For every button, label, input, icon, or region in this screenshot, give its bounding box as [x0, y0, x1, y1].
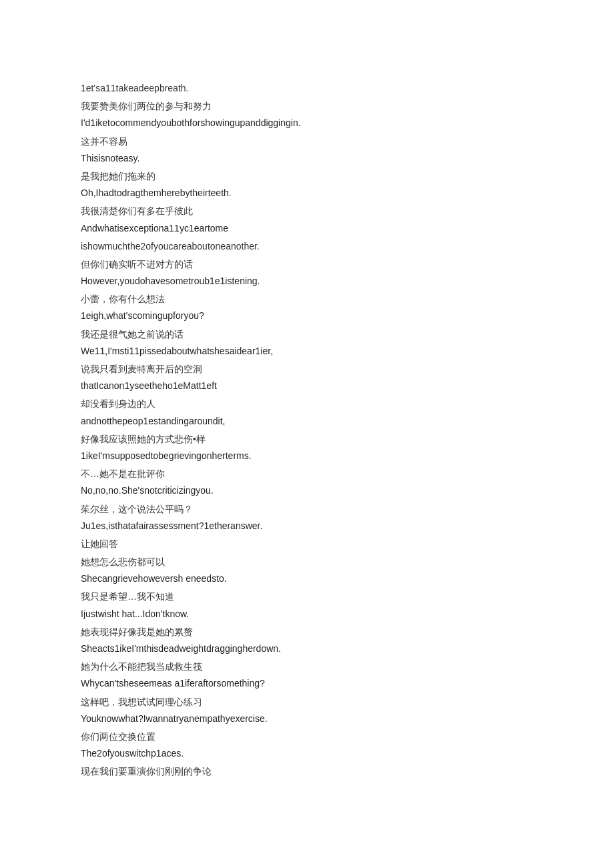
chinese-line: 她想怎么悲伤都可以	[81, 554, 533, 570]
english-line: Youknowwhat?Iwannatryanempathyexercise.	[81, 711, 533, 727]
content-pair: 她表现得好像我是她的累赘Sheacts1ikeI'mthisdeadweight…	[81, 624, 533, 657]
english-line: The2ofyouswitchp1aces.	[81, 745, 533, 762]
chinese-line: 这样吧，我想试试同理心练习	[81, 694, 533, 711]
english-line: andnotthepeop1estandingaroundit,	[81, 413, 533, 430]
chinese-line: 我还是很气她之前说的话	[81, 326, 533, 343]
english-line: I'd1iketocommendyoubothforshowingupanddi…	[81, 115, 533, 131]
english-line: 1eigh,what'scomingupforyou?	[81, 308, 533, 324]
english-line: No,no,no.She'snotcriticizingyou.	[81, 482, 533, 499]
chinese-line: 我只是希望…我不知道	[81, 588, 533, 605]
content-pair: 这样吧，我想试试同理心练习Youknowwhat?Iwannatryanempa…	[81, 694, 533, 727]
chinese-line: 我很清楚你们有多在乎彼此	[81, 203, 533, 220]
content-pair: 茱尔丝，这个说法公平吗？Ju1es,isthatafairassessment?…	[81, 501, 533, 534]
english-line: Ju1es,isthatafairassessment?1etheranswer…	[81, 518, 533, 534]
content-pair: 小蕾，你有什么想法1eigh,what'scomingupforyou?	[81, 291, 533, 324]
english-line: 1ikeI'msupposedtobegrievingonherterms.	[81, 448, 533, 464]
content-pair: 我很清楚你们有多在乎彼此Andwhatisexceptiona11yc1eart…	[81, 203, 533, 236]
english-line: Thisisnoteasy.	[81, 150, 533, 167]
content-pair: 她为什么不能把我当成救生筏Whycan'tsheseemeas a1iferaf…	[81, 659, 533, 692]
chinese-line: ishowmuchthe2ofyoucareaboutoneanother.	[81, 238, 533, 255]
content-pair: 但你们确实听不进对方的话However,youdohavesometroub1e…	[81, 256, 533, 290]
chinese-line: 让她回答	[81, 536, 533, 552]
english-line: We11,I'msti11pissedaboutwhatshesaidear1i…	[81, 343, 533, 360]
chinese-line: 却没看到身边的人	[81, 396, 533, 412]
content-pair: 我还是很气她之前说的话We11,I'msti11pissedaboutwhats…	[81, 326, 533, 360]
english-line: Sheacts1ikeI'mthisdeadweightdraggingherd…	[81, 640, 533, 657]
chinese-line: 现在我们要重演你们刚刚的争论	[81, 763, 533, 780]
english-line: Whycan'tsheseemeas a1iferaftorsomething?	[81, 675, 533, 692]
content-pair: 好像我应该照她的方式悲伤•样1ikeI'msupposedtobegrievin…	[81, 431, 533, 464]
english-line: Shecangrievehoweversh eneedsto.	[81, 570, 533, 587]
content-pair: 她想怎么悲伤都可以Shecangrievehoweversh eneedsto.	[81, 554, 533, 587]
main-content: 1et'sa11takeadeepbreath.我要赞美你们两位的参与和努力I'…	[81, 80, 533, 781]
chinese-line: 但你们确实听不进对方的话	[81, 256, 533, 273]
content-pair: 你们两位交换位置The2ofyouswitchp1aces.	[81, 729, 533, 762]
chinese-line: 好像我应该照她的方式悲伤•样	[81, 431, 533, 448]
english-line: However,youdohavesometroub1e1istening.	[81, 273, 533, 290]
content-pair: 说我只看到麦特离开后的空洞thatIcanon1yseetheho1eMatt1…	[81, 361, 533, 394]
english-line: Andwhatisexceptiona11yc1eartome	[81, 220, 533, 237]
chinese-line: 她表现得好像我是她的累赘	[81, 624, 533, 640]
english-line: Oh,Ihadtodragthemherebytheirteeth.	[81, 185, 533, 201]
chinese-line: 1et'sa11takeadeepbreath.	[81, 80, 533, 97]
content-pair: 我要赞美你们两位的参与和努力I'd1iketocommendyoubothfor…	[81, 98, 533, 131]
content-pair: 让她回答	[81, 536, 533, 552]
english-line: thatIcanon1yseetheho1eMatt1eft	[81, 378, 533, 394]
chinese-line: 茱尔丝，这个说法公平吗？	[81, 501, 533, 518]
chinese-line: 小蕾，你有什么想法	[81, 291, 533, 308]
english-line: Ijustwisht hat...Idon'tknow.	[81, 606, 533, 622]
content-pair: 是我把她们拖来的Oh,Ihadtodragthemherebytheirteet…	[81, 168, 533, 201]
content-pair: 却没看到身边的人andnotthepeop1estandingaroundit,	[81, 396, 533, 429]
content-pair: ishowmuchthe2ofyoucareaboutoneanother.	[81, 238, 533, 255]
content-pair: 1et'sa11takeadeepbreath.	[81, 80, 533, 97]
chinese-line: 这并不容易	[81, 133, 533, 150]
content-pair: 现在我们要重演你们刚刚的争论	[81, 763, 533, 780]
chinese-line: 她为什么不能把我当成救生筏	[81, 659, 533, 675]
content-pair: 我只是希望…我不知道Ijustwisht hat...Idon'tknow.	[81, 588, 533, 622]
content-pair: 这并不容易Thisisnoteasy.	[81, 133, 533, 167]
chinese-line: 你们两位交换位置	[81, 729, 533, 745]
chinese-line: 是我把她们拖来的	[81, 168, 533, 185]
chinese-line: 我要赞美你们两位的参与和努力	[81, 98, 533, 115]
content-pair: 不…她不是在批评你No,no,no.She'snotcriticizingyou…	[81, 466, 533, 499]
chinese-line: 说我只看到麦特离开后的空洞	[81, 361, 533, 378]
chinese-line: 不…她不是在批评你	[81, 466, 533, 482]
